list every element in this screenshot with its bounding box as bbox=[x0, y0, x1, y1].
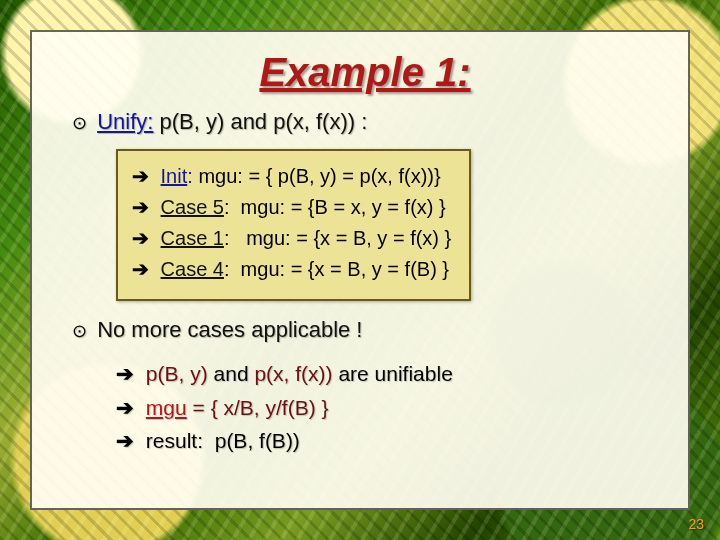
arrow-icon: ➔ bbox=[132, 165, 149, 187]
case1-rhs: mgu: = {x = B, y = f(x) } bbox=[246, 227, 451, 249]
concl-tail: are unifiable bbox=[333, 362, 453, 385]
bullet-odot-icon: ⊙ bbox=[72, 321, 87, 341]
case4-rhs: mgu: = {x = B, y = f(B) } bbox=[241, 258, 449, 280]
arrow-icon: ➔ bbox=[116, 396, 134, 419]
bullet-odot-icon: ⊙ bbox=[72, 113, 87, 133]
case5-rhs: mgu: = {B = x, y = f(x) } bbox=[241, 196, 446, 218]
concl-and: and bbox=[208, 362, 255, 385]
unify-label: Unify: bbox=[97, 109, 153, 134]
init-rhs: mgu: = { p(B, y) = p(x, f(x))} bbox=[198, 165, 440, 187]
init-label: Init bbox=[161, 165, 188, 187]
conclusion-row-3: ➔ result: p(B, f(B)) bbox=[116, 424, 658, 458]
no-more-cases: ⊙ No more cases applicable ! bbox=[72, 317, 658, 343]
arrow-icon: ➔ bbox=[132, 227, 149, 249]
arrow-icon: ➔ bbox=[116, 429, 134, 452]
concl-expr-a: p(B, y) bbox=[146, 362, 208, 385]
conclusion-block: ➔ p(B, y) and p(x, f(x)) are unifiable ➔… bbox=[116, 357, 658, 458]
concl-expr-b: p(x, f(x)) bbox=[254, 362, 332, 385]
case4-row: ➔ Case 4: mgu: = {x = B, y = f(B) } bbox=[132, 254, 451, 285]
conclusion-row-2: ➔ mgu = { x/B, y/f(B) } bbox=[116, 391, 658, 425]
arrow-icon: ➔ bbox=[132, 196, 149, 218]
mgu-label: mgu bbox=[146, 396, 187, 419]
unify-statement: ⊙ Unify: p(B, y) and p(x, f(x)) : bbox=[72, 109, 658, 135]
case4-label: Case 4 bbox=[161, 258, 224, 280]
unify-expression: p(B, y) and p(x, f(x)) : bbox=[160, 109, 368, 134]
slide-title: Example 1: bbox=[72, 50, 658, 95]
no-more-cases-text: No more cases applicable ! bbox=[97, 317, 362, 342]
case5-row: ➔ Case 5: mgu: = {B = x, y = f(x) } bbox=[132, 192, 451, 223]
case1-label: Case 1 bbox=[161, 227, 224, 249]
slide-content: Example 1: ⊙ Unify: p(B, y) and p(x, f(x… bbox=[30, 30, 690, 510]
page-number: 23 bbox=[688, 516, 704, 532]
result-text: result: p(B, f(B)) bbox=[146, 429, 300, 452]
init-row: ➔ Init: mgu: = { p(B, y) = p(x, f(x))} bbox=[132, 161, 451, 192]
conclusion-row-1: ➔ p(B, y) and p(x, f(x)) are unifiable bbox=[116, 357, 658, 391]
arrow-icon: ➔ bbox=[116, 362, 134, 385]
arrow-icon: ➔ bbox=[132, 258, 149, 280]
derivation-box: ➔ Init: mgu: = { p(B, y) = p(x, f(x))} ➔… bbox=[116, 149, 471, 301]
case1-row: ➔ Case 1: mgu: = {x = B, y = f(x) } bbox=[132, 223, 451, 254]
mgu-rhs: = { x/B, y/f(B) } bbox=[187, 396, 329, 419]
case5-label: Case 5 bbox=[161, 196, 224, 218]
